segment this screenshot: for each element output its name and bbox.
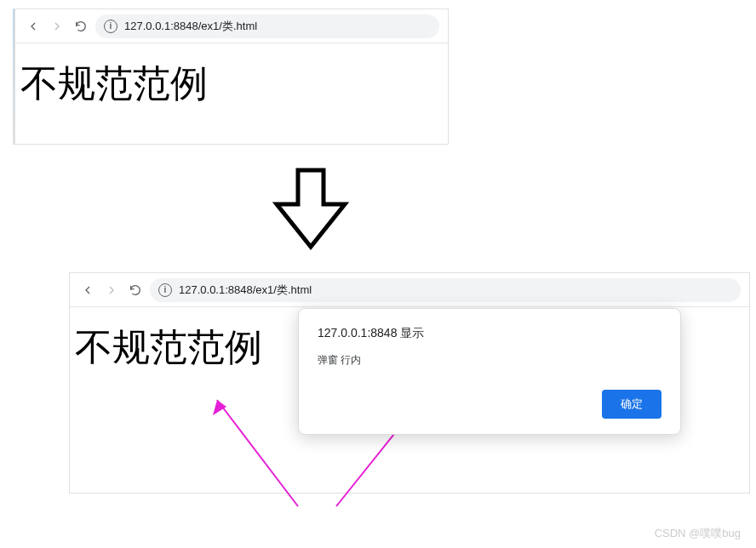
arrow-right-icon <box>50 20 64 33</box>
alert-actions: 确定 <box>318 390 662 419</box>
browser-toolbar: i 127.0.0.1:8848/ex1/类.html <box>70 273 749 307</box>
url-text: 127.0.0.1:8848/ex1/类.html <box>179 283 312 298</box>
page-heading: 不规范范例 <box>20 59 443 109</box>
watermark: CSDN @噗噗bug <box>655 526 741 541</box>
address-bar[interactable]: i 127.0.0.1:8848/ex1/类.html <box>95 14 439 38</box>
reload-button[interactable] <box>72 17 90 36</box>
alert-message: 弹窗 行内 <box>318 353 662 368</box>
forward-button[interactable] <box>102 281 121 300</box>
back-button[interactable] <box>24 17 43 36</box>
address-bar[interactable]: i 127.0.0.1:8848/ex1/类.html <box>150 278 741 302</box>
forward-button[interactable] <box>48 17 66 36</box>
arrow-left-icon <box>81 283 94 297</box>
back-button[interactable] <box>78 281 97 300</box>
reload-button[interactable] <box>126 281 145 300</box>
reload-icon <box>74 20 88 33</box>
svg-line-0 <box>217 400 298 506</box>
alert-dialog: 127.0.0.1:8848 显示 弹窗 行内 确定 <box>298 308 681 435</box>
alert-ok-button[interactable]: 确定 <box>602 390 662 419</box>
reload-icon <box>129 283 142 297</box>
arrow-left-icon <box>26 20 40 33</box>
url-text: 127.0.0.1:8848/ex1/类.html <box>124 19 257 34</box>
arrow-right-icon <box>105 283 118 297</box>
svg-marker-1 <box>213 400 226 415</box>
alert-title: 127.0.0.1:8848 显示 <box>318 326 662 341</box>
browser-toolbar: i 127.0.0.1:8848/ex1/类.html <box>15 9 448 43</box>
down-arrow-icon <box>272 166 349 251</box>
site-info-icon[interactable]: i <box>104 20 117 33</box>
page-content: 不规范范例 <box>15 43 448 124</box>
browser-window-before: i 127.0.0.1:8848/ex1/类.html 不规范范例 <box>14 9 449 145</box>
annotation-arrow-icon <box>204 391 306 511</box>
site-info-icon[interactable]: i <box>158 283 172 297</box>
